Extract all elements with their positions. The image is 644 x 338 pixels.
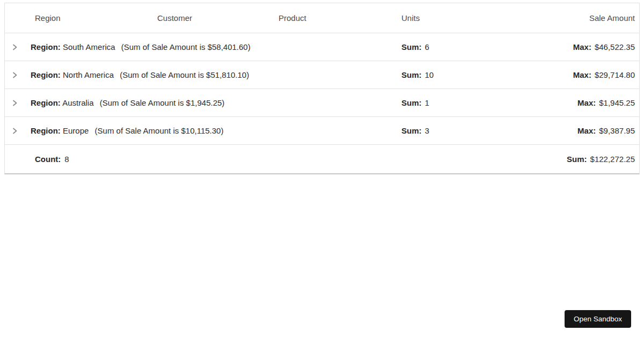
- units-summary-label: Sum:: [401, 70, 422, 79]
- group-label: Region:: [31, 42, 61, 52]
- expand-cell[interactable]: [5, 44, 26, 50]
- expand-chevron-icon[interactable]: [12, 44, 18, 50]
- units-summary-cell: Sum:6: [393, 42, 515, 52]
- expand-chevron-icon[interactable]: [12, 128, 18, 134]
- footer-count-value: 8: [64, 155, 69, 164]
- column-header-customer[interactable]: Customer: [149, 13, 270, 23]
- units-summary-value: 1: [425, 98, 429, 107]
- group-value: Europe: [63, 126, 89, 135]
- group-value: North America: [63, 70, 114, 79]
- expand-chevron-icon[interactable]: [12, 100, 18, 106]
- footer-count-cell: Count:8: [26, 155, 515, 164]
- sale-summary-cell: Max:$9,387.95: [515, 126, 639, 135]
- footer-sum-label: Sum:: [567, 155, 587, 164]
- sale-summary-label: Max:: [573, 70, 591, 79]
- group-value: South America: [63, 42, 115, 52]
- group-header-text: Region: Australia (Sum of Sale Amount is…: [26, 98, 393, 107]
- expand-cell[interactable]: [5, 100, 26, 106]
- sale-summary-cell: Max:$29,714.80: [515, 70, 639, 79]
- group-summary: (Sum of Sale Amount is $58,401.60): [121, 42, 251, 52]
- sale-summary-label: Max:: [577, 126, 596, 135]
- expand-chevron-icon[interactable]: [12, 72, 18, 78]
- footer-count-label: Count:: [35, 155, 61, 164]
- open-sandbox-button[interactable]: Open Sandbox: [565, 310, 631, 328]
- group-summary: (Sum of Sale Amount is $10,115.30): [95, 126, 224, 135]
- grid-total-footer: Count:8 Sum:$122,272.25: [5, 145, 639, 173]
- units-summary-cell: Sum:1: [393, 98, 515, 107]
- units-summary-value: 6: [425, 42, 429, 52]
- group-row-europe[interactable]: Region: Europe (Sum of Sale Amount is $1…: [5, 117, 639, 145]
- units-summary-cell: Sum:10: [393, 70, 515, 79]
- units-summary-cell: Sum:3: [393, 126, 515, 135]
- group-value: Australia: [62, 98, 93, 107]
- group-header-text: Region: North America (Sum of Sale Amoun…: [26, 70, 393, 79]
- group-summary: (Sum of Sale Amount is $1,945.25): [100, 98, 225, 107]
- expand-cell[interactable]: [5, 72, 26, 78]
- data-grid: Region Customer Product Units Sale Amoun…: [4, 3, 640, 174]
- group-row-south-america[interactable]: Region: South America (Sum of Sale Amoun…: [5, 33, 639, 61]
- units-summary-value: 3: [425, 126, 429, 135]
- group-header-text: Region: South America (Sum of Sale Amoun…: [26, 42, 393, 52]
- group-label: Region:: [31, 98, 61, 107]
- units-summary-label: Sum:: [401, 126, 422, 135]
- grid-header-row: Region Customer Product Units Sale Amoun…: [5, 3, 639, 33]
- sale-summary-label: Max:: [577, 98, 596, 107]
- sale-summary-value: $29,714.80: [595, 70, 635, 79]
- column-header-units[interactable]: Units: [393, 13, 515, 23]
- column-header-sale-amount[interactable]: Sale Amount: [515, 13, 639, 23]
- group-summary: (Sum of Sale Amount is $51,810.10): [120, 70, 249, 79]
- sale-summary-value: $9,387.95: [599, 126, 635, 135]
- group-row-australia[interactable]: Region: Australia (Sum of Sale Amount is…: [5, 89, 639, 117]
- group-row-north-america[interactable]: Region: North America (Sum of Sale Amoun…: [5, 61, 639, 89]
- sale-summary-cell: Max:$46,522.35: [515, 42, 639, 52]
- units-summary-value: 10: [425, 70, 434, 79]
- group-header-text: Region: Europe (Sum of Sale Amount is $1…: [26, 126, 393, 135]
- footer-sum-value: $122,272.25: [590, 155, 635, 164]
- sale-summary-value: $46,522.35: [595, 42, 635, 52]
- sale-summary-cell: Max:$1,945.25: [515, 98, 639, 107]
- column-header-region[interactable]: Region: [26, 13, 149, 23]
- units-summary-label: Sum:: [401, 98, 422, 107]
- group-label: Region:: [31, 70, 61, 79]
- column-header-product[interactable]: Product: [270, 13, 393, 23]
- sale-summary-label: Max:: [573, 42, 591, 52]
- footer-sum-cell: Sum:$122,272.25: [515, 155, 639, 164]
- units-summary-label: Sum:: [401, 42, 422, 52]
- expand-cell[interactable]: [5, 128, 26, 134]
- sale-summary-value: $1,945.25: [599, 98, 635, 107]
- group-label: Region:: [31, 126, 61, 135]
